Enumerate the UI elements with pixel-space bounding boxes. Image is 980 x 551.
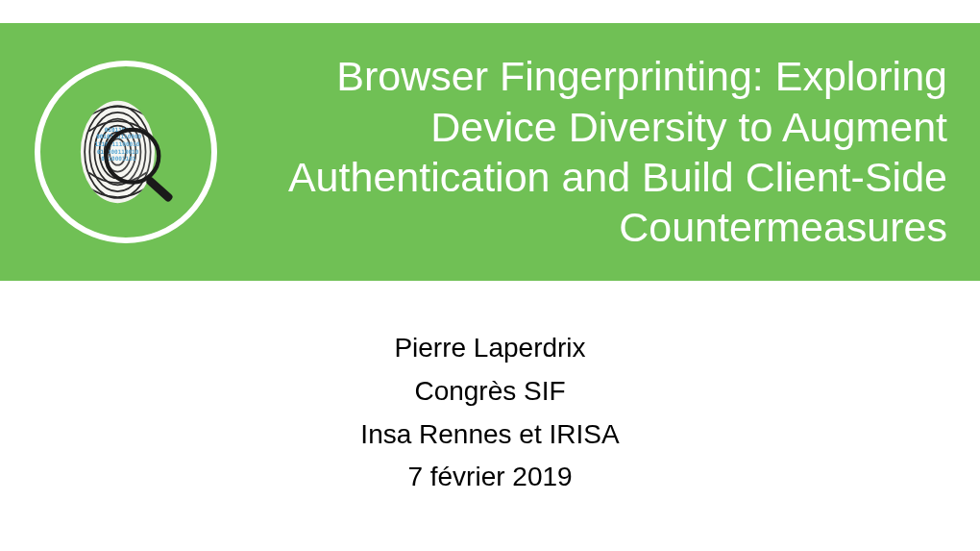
svg-point-13 xyxy=(106,130,159,183)
fingerprint-magnifier-icon: 01011011 0010110110000 1110011100010 011… xyxy=(68,80,184,224)
affiliation: Insa Rennes et IRISA xyxy=(0,413,980,457)
presentation-date: 7 février 2019 xyxy=(0,456,980,499)
svg-rect-14 xyxy=(145,176,174,203)
logo-circle: 01011011 0010110110000 1110011100010 011… xyxy=(35,61,217,243)
event-name: Congrès SIF xyxy=(0,370,980,413)
presentation-title: Browser Fingerprinting: Exploring Device… xyxy=(236,51,957,253)
author-block: Pierre Laperdrix Congrès SIF Insa Rennes… xyxy=(0,327,980,499)
author-name: Pierre Laperdrix xyxy=(0,327,980,370)
title-banner: 01011011 0010110110000 1110011100010 011… xyxy=(0,23,980,281)
